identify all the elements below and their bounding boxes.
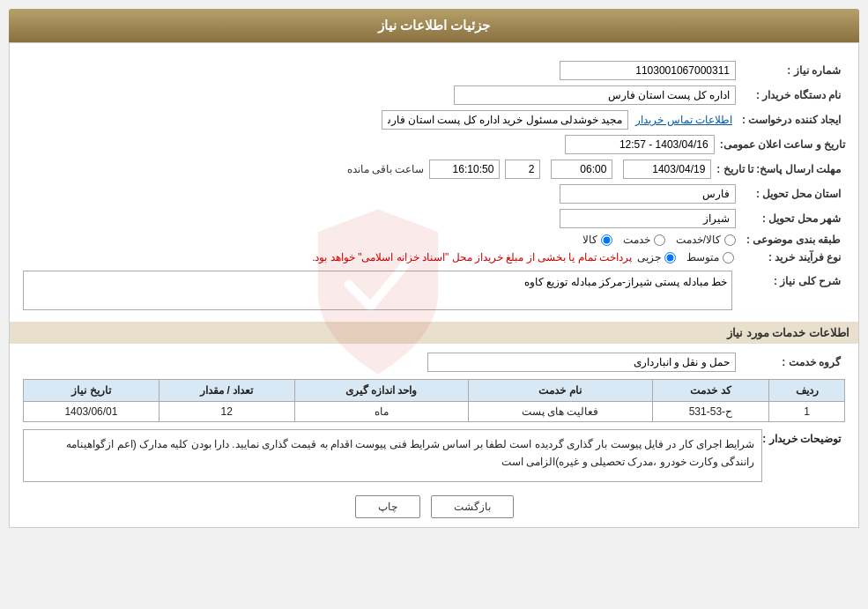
button-row: بازگشت چاپ bbox=[23, 495, 845, 518]
th-kod: کد خدمت bbox=[652, 380, 769, 402]
label-mohlet: مهلت ارسال پاسخ: تا تاریخ : bbox=[716, 163, 845, 175]
input-ostan[interactable] bbox=[560, 184, 736, 204]
th-radif: ردیف bbox=[769, 380, 845, 402]
input-ijad-konande[interactable] bbox=[382, 110, 628, 130]
tozihat-box: شرایط اجرای کار در فایل پیوست بار گذاری … bbox=[23, 429, 762, 482]
radio-kala[interactable]: کالا bbox=[582, 234, 612, 246]
textarea-sharh-koli[interactable] bbox=[23, 271, 732, 310]
label-gorohe-khedmat: گروه خدمت : bbox=[739, 356, 845, 368]
td-nam: فعالیت های پست bbox=[468, 402, 652, 422]
table-row: 1 ح-53-531 فعالیت های پست ماه 12 1403/06… bbox=[24, 402, 845, 422]
label-sharh-koli: شرح کلی نیاز : bbox=[739, 271, 845, 287]
noe-faraind-text: پرداخت تمام یا بخشی از مبلغ خریداز محل "… bbox=[312, 251, 632, 264]
label-ostan: استان محل تحویل : bbox=[739, 188, 845, 200]
td-tarikh: 1403/06/01 bbox=[24, 402, 160, 422]
radio-motevaset[interactable]: متوسط bbox=[686, 251, 734, 264]
radio-motevaset-label: متوسط bbox=[686, 251, 719, 264]
tozihat-text: شرایط اجرای کار در فایل پیوست بار گذاری … bbox=[66, 438, 754, 468]
label-shomara-niaz: شماره نیاز : bbox=[739, 64, 845, 77]
label-noe-faraind: نوع فرآیند خرید : bbox=[739, 251, 845, 264]
label-tabaqe: طبقه بندی موضوعی : bbox=[739, 234, 845, 246]
sharh-koli-container bbox=[23, 271, 732, 313]
radio-kala-khedmat-input[interactable] bbox=[724, 234, 736, 246]
input-nam-dastgah[interactable] bbox=[454, 85, 736, 105]
radio-kala-khedmat[interactable]: کالا/خدمت bbox=[676, 234, 736, 246]
th-tarikh: تاریخ نیاز bbox=[24, 380, 160, 402]
back-button[interactable]: بازگشت bbox=[431, 495, 514, 518]
radio-jozei-input[interactable] bbox=[664, 252, 676, 264]
print-button[interactable]: چاپ bbox=[355, 495, 420, 518]
services-table-wrapper: ردیف کد خدمت نام خدمت واحد اندازه گیری ت… bbox=[23, 379, 845, 422]
input-saat[interactable] bbox=[551, 160, 612, 179]
radio-jozei[interactable]: جزیی bbox=[637, 251, 676, 264]
th-tedad: تعداد / مقدار bbox=[159, 380, 294, 402]
input-saat-baqi[interactable] bbox=[429, 160, 500, 179]
th-vahed: واحد اندازه گیری bbox=[294, 380, 468, 402]
label-baqi-mande: ساعت باقی مانده bbox=[347, 163, 425, 175]
radio-khedmat[interactable]: خدمت bbox=[623, 234, 665, 246]
radio-jozei-label: جزیی bbox=[637, 251, 661, 264]
input-tarikh-elaan[interactable] bbox=[565, 135, 715, 154]
header-title: جزئیات اطلاعات نیاز bbox=[378, 18, 490, 33]
label-ijad-konande: ایجاد کننده درخواست : bbox=[739, 114, 845, 126]
radio-group-tabaqe: کالا/خدمت خدمت کالا bbox=[582, 234, 736, 246]
input-tarikh-paydar[interactable] bbox=[623, 160, 711, 179]
label-tarikh-elaan: تاریخ و ساعت اعلان عمومی: bbox=[720, 138, 845, 151]
th-nam: نام خدمت bbox=[468, 380, 652, 402]
td-vahed: ماه bbox=[294, 402, 468, 422]
input-gorohe-khedmat[interactable] bbox=[427, 353, 736, 372]
input-rooz[interactable] bbox=[505, 160, 540, 179]
label-nam-dastgah: نام دستگاه خریدار : bbox=[739, 89, 845, 101]
section-title-khedmat: اطلاعات خدمات مورد نیاز bbox=[10, 322, 858, 344]
page-header: جزئیات اطلاعات نیاز bbox=[9, 9, 859, 42]
td-radif: 1 bbox=[769, 402, 845, 422]
services-table: ردیف کد خدمت نام خدمت واحد اندازه گیری ت… bbox=[23, 379, 845, 422]
link-ettelaat-tamas[interactable]: اطلاعات تماس خریدار bbox=[635, 114, 732, 126]
label-tozihat: توضیحات خریدار : bbox=[762, 429, 845, 445]
radio-kala-input[interactable] bbox=[601, 234, 612, 246]
td-tedad: 12 bbox=[159, 402, 294, 422]
input-shomara-niaz[interactable] bbox=[560, 61, 736, 80]
label-shahr: شهر محل تحویل : bbox=[739, 212, 845, 225]
input-shahr[interactable] bbox=[560, 209, 736, 228]
radio-kala-khedmat-label: کالا/خدمت bbox=[676, 234, 721, 246]
radio-motevaset-input[interactable] bbox=[723, 252, 734, 264]
radio-group-noe: متوسط جزیی bbox=[637, 251, 734, 264]
radio-khedmat-input[interactable] bbox=[654, 234, 665, 246]
td-kod: ح-53-531 bbox=[652, 402, 769, 422]
radio-kala-label: کالا bbox=[582, 234, 597, 246]
radio-khedmat-label: خدمت bbox=[623, 234, 650, 246]
